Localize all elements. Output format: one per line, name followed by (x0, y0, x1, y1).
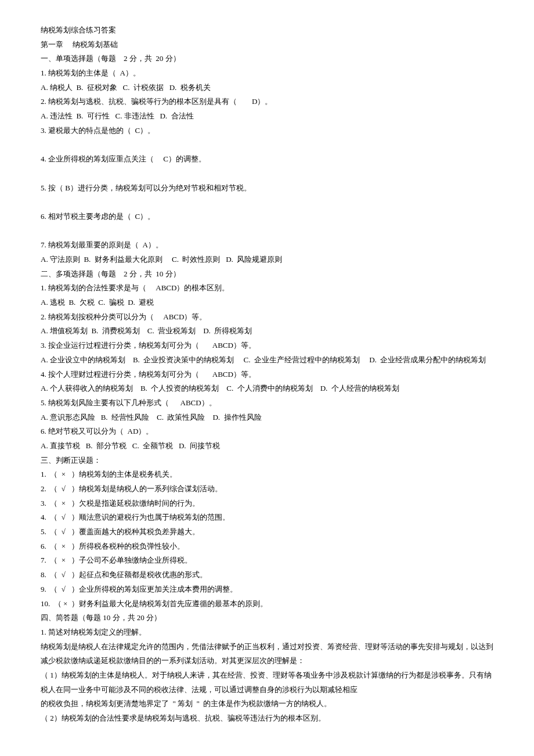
text-line: A. 意识形态风险 B. 经营性风险 C. 政策性风险 D. 操作性风险 (41, 411, 493, 425)
text-line (41, 224, 493, 239)
text-line: 2. （ √ ）纳税筹划是纳税人的一系列综合谋划活动。 (41, 482, 493, 496)
text-line: 1. 纳税筹划的主体是（ A）。 (41, 66, 493, 81)
text-line: 5. （ √ ）覆盖面越大的税种其税负差异越大。 (41, 525, 493, 539)
text-line: 10. （ × ）财务利益最大化是纳税筹划首先应遵循的最基本的原则。 (41, 597, 493, 611)
text-line: A. 个人获得收入的纳税筹划 B. 个人投资的纳税筹划 C. 个人消费中的纳税筹… (41, 381, 493, 396)
text-line: 5. 纳税筹划风险主要有以下几种形式（ ABCD）。 (41, 396, 493, 411)
text-line: 4. 企业所得税的筹划应重点关注（ C）的调整。 (41, 152, 493, 167)
text-line: 第一章 纳税筹划基础 (41, 38, 493, 52)
document-body: 纳税筹划综合练习答案第一章 纳税筹划基础一、单项选择题（每题 2 分，共 20 … (41, 23, 493, 726)
text-line: 3. 按企业运行过程进行分类，纳税筹划可分为（ ABCD）等。 (41, 339, 493, 353)
text-line: 4. （ √ ）顺法意识的避税行为也属于纳税筹划的范围。 (41, 510, 493, 525)
text-line: 2. 纳税筹划与逃税、抗税、骗税等行为的根本区别是具有（ D）。 (41, 95, 493, 109)
text-line: 二、多项选择题（每题 2 分，共 10 分） (41, 267, 493, 282)
text-line: （ 1）纳税筹划的主体是纳税人。对于纳税人来讲，其在经营、投资、理财等各项业务中… (41, 668, 493, 697)
text-line (41, 138, 493, 153)
text-line: 6. 相对节税主要考虑的是（ C）。 (41, 210, 493, 224)
text-line: 1. 简述对纳税筹划定义的理解。 (41, 625, 493, 640)
text-line: 7. （ × ）子公司不必单独缴纳企业所得税。 (41, 553, 493, 568)
text-line: 5. 按（ B）进行分类，纳税筹划可以分为绝对节税和相对节税。 (41, 181, 493, 196)
text-line: 9. （ √ ）企业所得税的筹划应更加关注成本费用的调整。 (41, 582, 493, 597)
text-line: 2. 纳税筹划按税种分类可以分为（ ABCD）等。 (41, 310, 493, 325)
text-line: A. 违法性 B. 可行性 C. 非违法性 D. 合法性 (41, 109, 493, 124)
text-line: A. 直接节税 B. 部分节税 C. 全额节税 D. 间接节税 (41, 439, 493, 453)
text-line: 4. 按个人理财过程进行分类，纳税筹划可分为（ ABCD）等。 (41, 368, 493, 382)
text-line: A. 守法原则 B. 财务利益最大化原则 C. 时效性原则 D. 风险规避原则 (41, 253, 493, 267)
text-line: 1. 纳税筹划的合法性要求是与（ ABCD）的根本区别。 (41, 281, 493, 296)
text-line: 纳税筹划是纳税人在法律规定允许的范围内，凭借法律赋予的正当权利，通过对投资、筹资… (41, 640, 493, 668)
text-line: A. 纳税人 B. 征税对象 C. 计税依据 D. 税务机关 (41, 81, 493, 95)
text-line: 6. （ × ）所得税各税种的税负弹性较小。 (41, 539, 493, 554)
text-line: 3. （ × ）欠税是指递延税款缴纳时间的行为。 (41, 496, 493, 511)
text-line: 8. （ √ ）起征点和免征额都是税收优惠的形式。 (41, 568, 493, 582)
text-line: 四、简答题（每题 10 分，共 20 分） (41, 611, 493, 625)
text-line: 1. （ × ）纳税筹划的主体是税务机关。 (41, 467, 493, 482)
text-line (41, 167, 493, 181)
text-line: （ 2）纳税筹划的合法性要求是纳税筹划与逃税、抗税、骗税等违法行为的根本区别。 (41, 711, 493, 726)
text-line: 的税收负担，纳税筹划更清楚地界定了 " 筹划 " 的主体是作为税款缴纳一方的纳税… (41, 697, 493, 711)
text-line: 三、判断正误题： (41, 453, 493, 468)
text-line: 7. 纳税筹划最重要的原则是（ A）。 (41, 238, 493, 253)
text-line: 一、单项选择题（每题 2 分，共 20 分） (41, 52, 493, 66)
text-line: A. 增值税筹划 B. 消费税筹划 C. 营业税筹划 D. 所得税筹划 (41, 324, 493, 339)
text-line: A. 企业设立中的纳税筹划 B. 企业投资决策中的纳税筹划 C. 企业生产经营过… (41, 353, 493, 368)
text-line (41, 195, 493, 210)
text-line: 3. 避税最大的特点是他的（ C）。 (41, 124, 493, 138)
text-line: 纳税筹划综合练习答案 (41, 23, 493, 38)
text-line: A. 逃税 B. 欠税 C. 骗税 D. 避税 (41, 296, 493, 310)
text-line: 6. 绝对节税又可以分为（ AD）。 (41, 424, 493, 439)
